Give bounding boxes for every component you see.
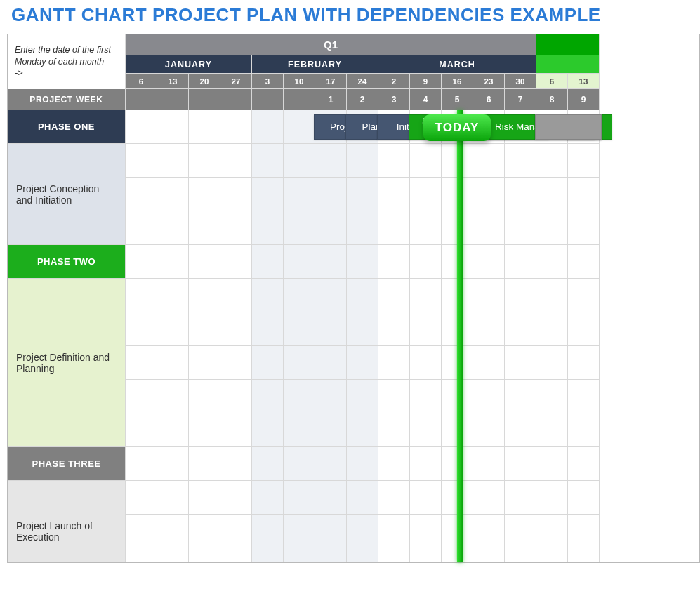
day: 24 xyxy=(347,74,378,89)
pw: 9 xyxy=(568,89,600,110)
pw: 5 xyxy=(442,89,473,110)
today-badge: TODAY xyxy=(423,114,491,141)
page-title: GANTT CHART PROJECT PLAN WITH DEPENDENCI… xyxy=(0,0,700,29)
pw xyxy=(284,89,315,110)
pw xyxy=(189,89,220,110)
note-text: Enter the date of the first Monday of ea… xyxy=(8,34,126,89)
day: 10 xyxy=(284,74,315,89)
day: 27 xyxy=(220,74,252,89)
day: 16 xyxy=(442,74,473,89)
month-jan: JANUARY xyxy=(126,55,252,74)
today-line xyxy=(457,110,463,562)
phase-one-label: PHASE ONE xyxy=(8,110,126,144)
pw: 4 xyxy=(410,89,442,110)
phase-three-label: PHASE THREE xyxy=(8,447,126,481)
quarter-q1: Q1 xyxy=(126,34,536,55)
pw: 8 xyxy=(536,89,568,110)
pw xyxy=(157,89,189,110)
day: 13 xyxy=(568,74,600,89)
bar-gray-3[interactable] xyxy=(535,114,602,140)
pw: 7 xyxy=(505,89,536,110)
pw: 1 xyxy=(315,89,347,110)
day: 9 xyxy=(410,74,442,89)
day: 3 xyxy=(252,74,284,89)
pw xyxy=(220,89,252,110)
day: 6 xyxy=(126,74,157,89)
phase-two-group: Project Definition and Planning xyxy=(8,346,126,380)
quarter-q2 xyxy=(536,34,600,55)
month-apr xyxy=(536,55,600,74)
gantt-body: TODAY PHASE ONE Project Charter Plan Rev… xyxy=(8,110,699,562)
phase-one-group: Project Conception and Initiation xyxy=(8,178,126,211)
day: 6 xyxy=(536,74,568,89)
pw xyxy=(252,89,284,110)
month-mar: MARCH xyxy=(378,55,536,74)
day: 13 xyxy=(157,74,189,89)
day: 30 xyxy=(505,74,536,89)
day: 23 xyxy=(473,74,505,89)
month-feb: FEBRUARY xyxy=(252,55,378,74)
phase-two-label: PHASE TWO xyxy=(8,245,126,279)
day: 20 xyxy=(189,74,220,89)
pw: 2 xyxy=(347,89,378,110)
phase-three-group: Project Launch of Execution xyxy=(8,515,126,548)
day: 17 xyxy=(315,74,347,89)
project-week-label: PROJECT WEEK xyxy=(8,89,126,110)
day: 2 xyxy=(378,74,410,89)
pw: 6 xyxy=(473,89,505,110)
pw xyxy=(126,89,157,110)
pw: 3 xyxy=(378,89,410,110)
gantt-chart: Enter the date of the first Monday of ea… xyxy=(7,34,700,563)
